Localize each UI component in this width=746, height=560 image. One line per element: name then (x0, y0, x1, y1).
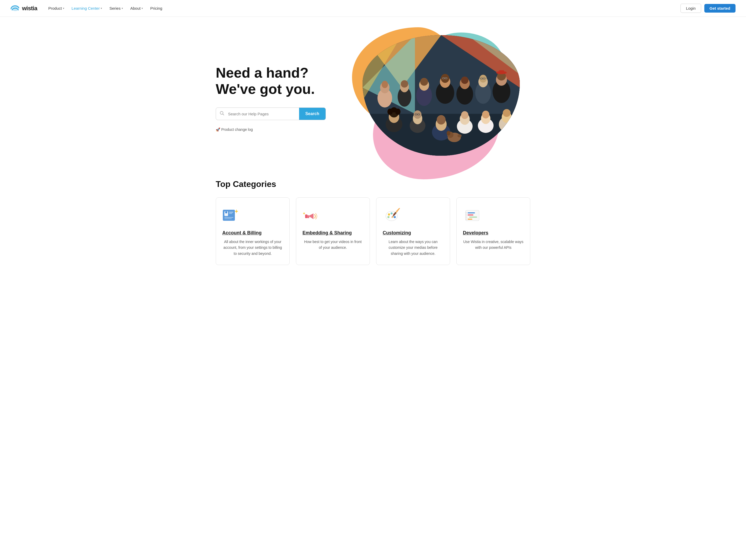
svg-rect-81 (468, 219, 472, 220)
chevron-down-icon: ▾ (63, 7, 64, 10)
svg-rect-80 (469, 217, 477, 218)
hero-heading: Need a hand? We've got you. (216, 64, 326, 97)
nav-pricing[interactable]: Pricing (148, 4, 165, 12)
nav-series[interactable]: Series ▾ (107, 4, 125, 12)
nav-right: Login Get started (681, 4, 736, 13)
category-title: Account & Billing (222, 230, 262, 236)
category-description: Use Wistia in creative, scalable ways wi… (463, 239, 524, 251)
svg-point-24 (461, 77, 468, 84)
team-photo-inner (363, 35, 520, 156)
svg-rect-78 (468, 212, 475, 214)
svg-point-74 (394, 216, 396, 218)
get-started-button[interactable]: Get started (704, 4, 736, 12)
nav-learning-center[interactable]: Learning Center ▾ (69, 4, 105, 12)
categories-section: Top Categories Account & (205, 169, 541, 281)
chevron-down-icon: ▾ (122, 7, 123, 10)
developers-icon (463, 206, 482, 225)
svg-rect-34 (499, 70, 504, 74)
categories-heading: Top Categories (216, 179, 530, 189)
svg-rect-84 (465, 217, 467, 218)
svg-point-13 (401, 80, 408, 88)
svg-rect-65 (229, 212, 233, 213)
nav-links: Product ▾ Learning Center ▾ Series ▾ Abo… (46, 4, 165, 12)
nav-left: wistia Product ▾ Learning Center ▾ Serie… (10, 4, 165, 12)
logo-wordmark: wistia (22, 5, 37, 12)
svg-point-61 (457, 134, 462, 137)
svg-rect-79 (468, 215, 474, 216)
svg-point-72 (391, 212, 393, 215)
login-button[interactable]: Login (681, 4, 701, 13)
nav-about[interactable]: About ▾ (128, 4, 145, 12)
svg-point-76 (391, 216, 394, 218)
category-title: Customizing (383, 230, 411, 236)
category-card-embedding[interactable]: Embedding & Sharing How best to get your… (296, 197, 370, 265)
category-card-customizing[interactable]: Customizing Learn about the ways you can… (376, 197, 450, 265)
chevron-down-icon: ▾ (142, 7, 143, 10)
category-card-account[interactable]: Account & Billing All about the inner wo… (216, 197, 290, 265)
chevron-down-icon: ▾ (101, 7, 102, 10)
hero-section: Need a hand? We've got you. Search 🚀 Pro… (205, 17, 541, 169)
hero-illustration (336, 32, 530, 164)
svg-rect-85 (465, 219, 467, 220)
search-input[interactable] (228, 108, 299, 120)
svg-rect-67 (224, 217, 233, 218)
embedding-sharing-icon (303, 206, 321, 225)
svg-point-64 (225, 211, 227, 214)
svg-point-48 (437, 115, 446, 124)
category-description: Learn about the ways you can customize y… (383, 239, 443, 256)
category-description: How best to get your videos in front of … (303, 239, 363, 251)
category-title: Embedding & Sharing (303, 230, 352, 236)
wistia-logo-icon (10, 5, 20, 12)
category-title: Developers (463, 230, 488, 236)
svg-rect-66 (229, 213, 232, 214)
changelog-link[interactable]: 🚀 Product change log (216, 128, 326, 132)
search-button[interactable]: Search (299, 108, 325, 120)
category-description: All about the inner workings of your acc… (222, 239, 283, 256)
categories-grid: Account & Billing All about the inner wo… (216, 197, 530, 265)
account-billing-icon (222, 206, 241, 225)
svg-point-75 (388, 216, 390, 218)
svg-point-10 (382, 81, 388, 88)
logo[interactable]: wistia (10, 5, 37, 12)
svg-point-40 (391, 107, 397, 112)
svg-point-60 (447, 131, 450, 136)
svg-point-54 (482, 111, 489, 118)
nav-product[interactable]: Product ▾ (46, 4, 67, 12)
svg-point-16 (420, 78, 428, 86)
team-photo (363, 35, 520, 156)
category-card-developers[interactable]: Developers Use Wistia in creative, scala… (456, 197, 530, 265)
svg-rect-82 (465, 212, 467, 214)
navigation: wistia Product ▾ Learning Center ▾ Serie… (0, 0, 746, 17)
search-form: Search (216, 108, 326, 120)
svg-rect-83 (465, 215, 467, 216)
customizing-icon (383, 206, 402, 225)
search-icon (216, 111, 228, 117)
svg-point-71 (388, 214, 390, 216)
svg-point-51 (461, 111, 468, 119)
svg-point-57 (503, 109, 511, 117)
hero-left: Need a hand? We've got you. Search 🚀 Pro… (216, 64, 326, 132)
svg-rect-68 (224, 218, 232, 219)
